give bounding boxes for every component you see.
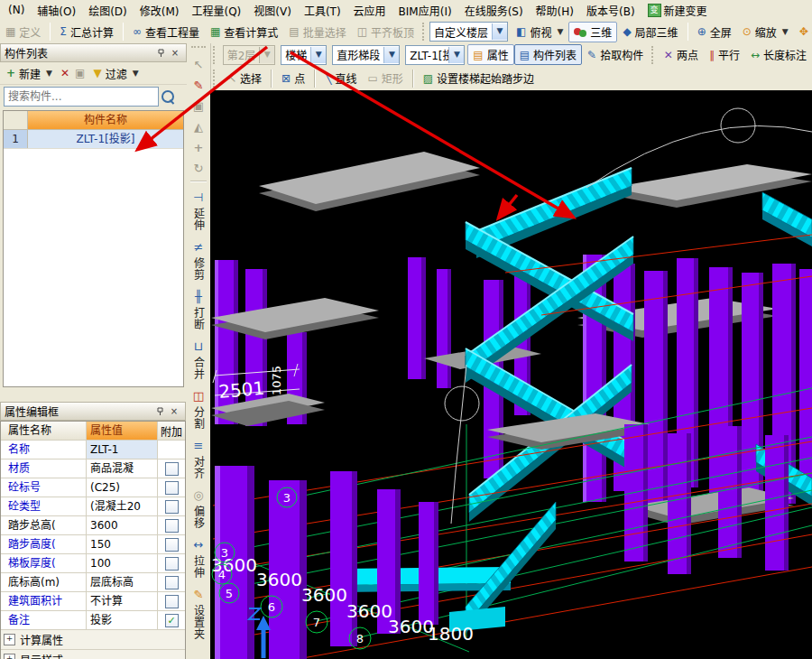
menu-help[interactable]: 帮助(H): [530, 1, 580, 20]
property-row-slab-thickness[interactable]: 梯板厚度( 100 ✓: [1, 554, 185, 573]
search-icon[interactable]: [161, 90, 174, 103]
chevron-down-icon: ▼: [133, 69, 139, 78]
property-row-floor-area[interactable]: 建筑面积计 不计算 ✓: [1, 592, 185, 611]
component-panel-toolbar: + 新建 ▼ ✕ ▣ ▼ 过滤 ▼: [0, 62, 187, 85]
mirror-icon[interactable]: ◭: [189, 116, 208, 137]
select-tool-button[interactable]: ↖ 选择: [222, 68, 267, 88]
property-row-concrete-grade[interactable]: 砼标号 (C25) ✓: [1, 478, 185, 497]
define-button[interactable]: ▦ 定义: [0, 22, 46, 42]
property-row-name[interactable]: 名称 ZLT-1 ✓: [1, 441, 185, 459]
tool-align[interactable]: ≡ 对齐: [189, 432, 208, 482]
menu-bim[interactable]: BIM应用(I): [392, 1, 458, 20]
three-d-icon: [574, 26, 586, 37]
attach-checkbox[interactable]: ✓: [165, 557, 179, 571]
expand-icon[interactable]: +: [4, 654, 15, 659]
attach-checkbox[interactable]: ✓: [165, 462, 179, 476]
combo-arrow-icon: ▼: [492, 23, 507, 40]
property-row-bottom-elevation[interactable]: 底标高(m) 层底标高 ✓: [1, 573, 185, 592]
tool-merge[interactable]: ⊔ 合并: [189, 333, 208, 383]
full-screen-button[interactable]: ⊕ 全屏: [692, 22, 737, 42]
attach-checkbox[interactable]: ✓: [165, 538, 179, 552]
menu-aux-axis[interactable]: 辅轴(O): [31, 1, 82, 20]
group-calc-properties[interactable]: + 计算属性: [1, 630, 185, 650]
copy-icon[interactable]: ▣: [189, 96, 208, 116]
tool-set-grip[interactable]: ✎ 设置夹: [189, 581, 208, 643]
property-row-total-rise[interactable]: 踏步总高( 3600 ✓: [1, 516, 185, 535]
select-icon[interactable]: ↖: [189, 54, 208, 75]
brush-icon[interactable]: ✎: [189, 75, 208, 96]
partial-3d-button[interactable]: ◆ 局部三维: [617, 22, 683, 42]
menu-cloud[interactable]: 云应用: [347, 1, 392, 20]
viewport-3d[interactable]: 2501 1075 3600 3600 3600 3600 3600 1800 …: [210, 90, 812, 659]
attach-checkbox[interactable]: ✓: [165, 519, 179, 533]
main-toolbar: ▦ 定义 Σ 汇总计算 ∞ 查看工程量 ▦ 查看计算式 ▤ 批量选择 ◫ 平齐板…: [0, 20, 812, 44]
pick-component-button[interactable]: ✎ 拾取构件: [582, 44, 649, 65]
rotate-icon[interactable]: ↻: [189, 158, 208, 179]
attach-checkbox[interactable]: ✓: [165, 481, 179, 495]
property-row-concrete-type[interactable]: 砼类型 (混凝土20 ✓: [1, 497, 185, 516]
attach-checkbox[interactable]: ✓: [165, 595, 179, 608]
tool-break[interactable]: ╫ 打断: [189, 283, 208, 333]
pin-icon[interactable]: [153, 46, 168, 60]
expand-icon[interactable]: +: [4, 634, 15, 645]
move-icon[interactable]: +: [189, 137, 208, 158]
group-display-style[interactable]: + 显示样式: [1, 650, 185, 659]
close-icon[interactable]: ×: [167, 404, 181, 418]
two-point-button[interactable]: ✕ 两点: [659, 44, 704, 65]
tool-split[interactable]: ◫ 分割: [189, 383, 208, 432]
attach-checkbox[interactable]: ✓: [165, 500, 179, 514]
tool-stretch[interactable]: ↔ 拉伸: [189, 532, 208, 581]
pan-button[interactable]: ✥ 平移: [794, 22, 812, 42]
component-combo[interactable]: ZLT-1[投 ▼: [405, 45, 465, 65]
zoom-button[interactable]: ⊙ 缩放 ▼: [737, 22, 794, 42]
rect-tool-button[interactable]: ▭ 矩形: [362, 68, 408, 88]
menu-online-service[interactable]: 在线服务(S): [458, 1, 530, 20]
search-input[interactable]: [4, 87, 159, 107]
property-row-step-height[interactable]: 踏步高度( 150 ✓: [1, 535, 185, 554]
menu-view[interactable]: 视图(V): [247, 1, 298, 20]
delete-component-icon[interactable]: ✕: [60, 67, 69, 79]
component-list-button[interactable]: ▤ 构件列表: [514, 44, 582, 65]
menu-version[interactable]: 版本号(B): [580, 1, 641, 20]
menu-draw[interactable]: 绘图(D): [82, 1, 134, 20]
two-point-icon: ✕: [664, 50, 673, 60]
copy-icon[interactable]: ▣: [75, 68, 85, 79]
pin-icon[interactable]: [152, 404, 167, 418]
top-view-button[interactable]: ◧ 俯视 ▼: [511, 22, 568, 42]
attach-checkbox[interactable]: ✓: [165, 614, 179, 627]
table-row[interactable]: 1 ZLT-1[投影]: [4, 130, 183, 149]
line-tool-button[interactable]: ╲ 直线: [319, 68, 362, 88]
filter-button[interactable]: ▼ 过滤 ▼: [90, 64, 141, 83]
close-icon[interactable]: ×: [168, 46, 182, 60]
menu-new-change[interactable]: 变 新建变更: [641, 1, 714, 20]
calc-sheet-icon: ▦: [210, 26, 220, 37]
menu-tools[interactable]: 工具(T): [298, 1, 347, 20]
length-dim-button[interactable]: ↔ 长度标注: [745, 44, 812, 65]
view-expression-button[interactable]: ▦ 查看计算式: [205, 22, 283, 42]
tool-extend[interactable]: ⊣ 延伸: [189, 184, 208, 234]
new-component-button[interactable]: + 新建 ▼: [4, 64, 55, 83]
point-tool-button[interactable]: ⊠ 点: [276, 68, 310, 88]
view-quantity-button[interactable]: ∞ 查看工程量: [127, 22, 205, 42]
floor-combo[interactable]: 第2层 ▼: [223, 45, 276, 65]
attribute-button[interactable]: ▤ 属性: [467, 44, 513, 65]
parallel-button[interactable]: ∥ 平行: [704, 44, 745, 65]
batch-select-button[interactable]: ▤ 批量选择: [283, 22, 351, 42]
floor-mode-combo[interactable]: 自定义楼层 ▼: [429, 22, 508, 42]
property-row-material[interactable]: 材质 商品混凝 ✓: [1, 459, 185, 478]
attach-checkbox[interactable]: ✓: [165, 576, 179, 589]
menu-n[interactable]: (N): [2, 2, 31, 18]
property-row-remark[interactable]: 备注 投影 ✓: [1, 611, 185, 630]
subcategory-combo[interactable]: 直形梯段 ▼: [332, 45, 400, 65]
menu-modify[interactable]: 修改(M): [134, 1, 186, 20]
align-slab-top-button[interactable]: ◫ 平齐板顶: [352, 22, 420, 42]
svg-text:3600: 3600: [301, 584, 347, 606]
three-d-button[interactable]: 三维: [568, 22, 617, 42]
glasses-icon: ∞: [133, 26, 142, 37]
tool-trim[interactable]: ≠ 修剪: [189, 234, 208, 283]
category-combo[interactable]: 楼梯 ▼: [281, 45, 327, 65]
stair-start-edge-button[interactable]: ▨ 设置楼梯起始踏步边: [418, 68, 540, 88]
tool-offset[interactable]: ◎ 偏移: [189, 482, 208, 532]
sum-calc-button[interactable]: Σ 汇总计算: [54, 22, 119, 42]
menu-quantity[interactable]: 工程量(Q): [185, 1, 247, 20]
